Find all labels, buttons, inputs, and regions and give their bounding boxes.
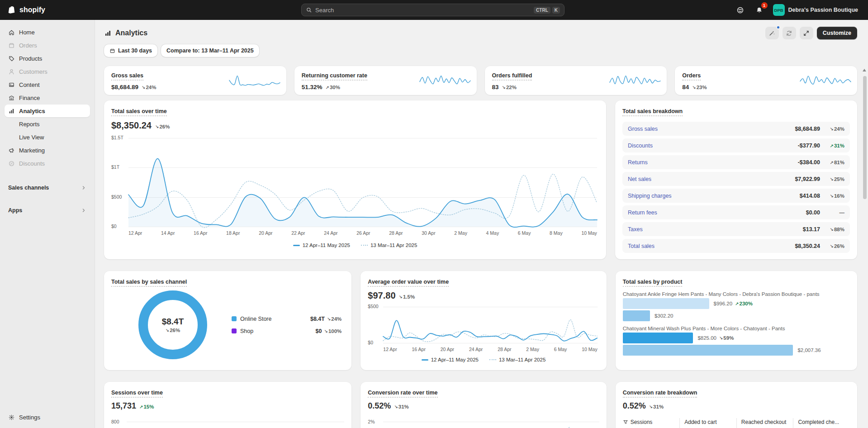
channel-donut-chart: $8.4T ↘26%: [138, 290, 207, 359]
inbox-icon: [736, 6, 744, 14]
chevron-right-icon: [81, 208, 86, 213]
sidebar-item[interactable]: Reports: [5, 118, 90, 130]
sales-by-product-card: Total sales by product Chatoyant Ankle F…: [616, 271, 857, 370]
breakdown-row-link[interactable]: Returns: [628, 159, 798, 166]
sessions-change: ↗15%: [139, 404, 154, 409]
breakdown-title[interactable]: Total sales breakdown: [622, 108, 683, 116]
product-bar[interactable]: [623, 298, 709, 309]
product-bar[interactable]: [623, 333, 693, 343]
sidebar-item[interactable]: Home: [5, 26, 90, 38]
breakdown-row-value: $0.00: [806, 209, 820, 216]
conversion-rate-over-time-card: Conversion rate over time 0.52% ↘31% 2%: [360, 382, 606, 428]
date-range-button[interactable]: Last 30 days: [104, 44, 157, 57]
sessions-title[interactable]: Sessions over time: [111, 390, 163, 398]
bar-value: $302.20: [655, 313, 674, 319]
aov-value: $97.80: [368, 290, 395, 301]
shopify-logo[interactable]: shopify: [7, 5, 45, 14]
sidebar-item-label: Customers: [19, 68, 47, 75]
kpi-card[interactable]: Returning customer rate 51.32% ↗30%: [294, 66, 477, 95]
channel-legend: Online Store $8.4T ↘24% Shop $0: [232, 316, 344, 334]
sidebar-item[interactable]: Analytics: [5, 105, 90, 117]
breakdown-row-link[interactable]: Taxes: [628, 226, 803, 233]
kpi-card[interactable]: Orders 84 ↘23%: [675, 66, 857, 95]
breakdown-row-link[interactable]: Net sales: [628, 176, 795, 182]
channel-title[interactable]: Total sales by sales channel: [111, 279, 187, 287]
sidebar-item-settings[interactable]: Settings: [5, 411, 90, 423]
sidebar-item[interactable]: Discounts: [5, 157, 90, 170]
fullscreen-button[interactable]: [800, 27, 813, 39]
breakdown-row-link[interactable]: Total sales: [628, 243, 795, 249]
kpi-change: ↗30%: [326, 85, 340, 90]
customize-button[interactable]: Customize: [817, 27, 857, 39]
conversion-line-chart: [383, 424, 599, 428]
store-name: Debra's Passion Boutique: [788, 7, 858, 13]
conversion-value: 0.52%: [368, 401, 391, 411]
sidebar: Home Orders Products Customers Content: [0, 20, 95, 428]
sidebar-item[interactable]: Products: [5, 52, 90, 65]
sidebar-item-label: Orders: [19, 42, 37, 49]
kpi-title: Returning customer rate: [302, 72, 367, 81]
x-axis-label: 16 Apr: [412, 347, 426, 352]
x-axis-label: 16 Apr: [194, 230, 207, 236]
product-bar-row: $302.20: [623, 310, 850, 321]
sidebar-item[interactable]: Content: [5, 78, 90, 91]
ctrl-key-badge: CTRL: [534, 7, 550, 14]
x-axis-label: 8 May: [550, 230, 563, 236]
sidebar-section-apps[interactable]: Apps: [5, 204, 90, 217]
sidebar-nav: Home Orders Products Customers Content: [0, 26, 95, 170]
products-title[interactable]: Total sales by product: [623, 279, 683, 287]
breakdown-row: Taxes $13.17 ↘88%: [622, 222, 850, 236]
conversion-change: ↘31%: [394, 404, 408, 409]
search-input[interactable]: Search CTRL K: [301, 4, 564, 16]
funnel-title[interactable]: Conversion rate breakdown: [623, 390, 697, 398]
funnel-step: Sessions 100%15,731: [623, 418, 680, 428]
kpi-value: $8,684.89: [111, 84, 138, 90]
legend-swatch: [232, 328, 237, 333]
sidebar-item-label: Home: [19, 29, 35, 36]
kpi-sparkline-chart: [800, 74, 851, 88]
product-bar[interactable]: [623, 310, 650, 321]
kpi-value: 51.32%: [302, 84, 323, 90]
sidebar-section-sales-channels[interactable]: Sales channels: [5, 181, 90, 194]
insights-button[interactable]: [765, 27, 779, 39]
refresh-button[interactable]: [783, 27, 796, 39]
sidebar-item[interactable]: Marketing: [5, 144, 90, 157]
product-bar[interactable]: [623, 345, 793, 356]
breakdown-row-link[interactable]: Return fees: [628, 209, 806, 216]
x-axis-label: 10 May: [582, 347, 597, 352]
sidebar-item[interactable]: Live View: [5, 131, 90, 143]
y-axis-label: 2%: [368, 419, 379, 424]
sidebar-item[interactable]: Orders: [5, 39, 90, 52]
x-axis-label: 24 Apr: [469, 347, 483, 352]
breakdown-row-link[interactable]: Discounts: [628, 143, 798, 149]
funnel-step-label: Reached checkout: [741, 419, 786, 425]
conversion-title[interactable]: Conversion rate over time: [368, 390, 437, 398]
sidebar-item[interactable]: Finance: [5, 91, 90, 104]
scrollbar-thumb[interactable]: [863, 76, 867, 199]
chart-title[interactable]: Total sales over time: [111, 108, 167, 116]
notifications-button[interactable]: 1: [753, 3, 766, 17]
breakdown-row-link[interactable]: Gross sales: [628, 126, 795, 132]
product-name: Chatoyant Mineral Wash Plus Pants - More…: [623, 326, 850, 331]
kpi-change: ↘22%: [502, 85, 517, 90]
sidebar-item[interactable]: Customers: [5, 65, 90, 78]
aov-title[interactable]: Average order value over time: [368, 279, 449, 287]
inbox-button[interactable]: [734, 3, 747, 17]
breakdown-row-value: $414.08: [800, 193, 820, 199]
breakdown-row-link[interactable]: Shipping charges: [628, 193, 800, 199]
scrollbar-up-arrow[interactable]: [863, 69, 866, 71]
breakdown-row: Net sales $7,922.99 ↘25%: [622, 172, 850, 186]
compare-to-button[interactable]: Compare to: 13 Mar–11 Apr 2025: [161, 44, 259, 57]
kpi-row: Gross sales $8,684.89 ↘24% Returning cus…: [104, 66, 857, 95]
sidebar-item-label: Marketing: [19, 147, 45, 154]
total-sales-change: ↘26%: [155, 124, 170, 129]
funnel-change: ↘31%: [649, 404, 664, 409]
refresh-icon: [786, 30, 792, 37]
total-sales-breakdown-card: Total sales breakdown Gross sales $8,684…: [615, 100, 857, 259]
kpi-card[interactable]: Gross sales $8,684.89 ↘24%: [104, 66, 286, 95]
x-axis-label: 4 May: [486, 230, 499, 236]
apps-label: Apps: [8, 207, 22, 214]
store-menu[interactable]: DPB Debra's Passion Boutique: [772, 3, 861, 17]
product-bar-row: $825.00↘59%: [623, 333, 850, 343]
kpi-card[interactable]: Orders fulfilled 83 ↘22%: [485, 66, 667, 95]
